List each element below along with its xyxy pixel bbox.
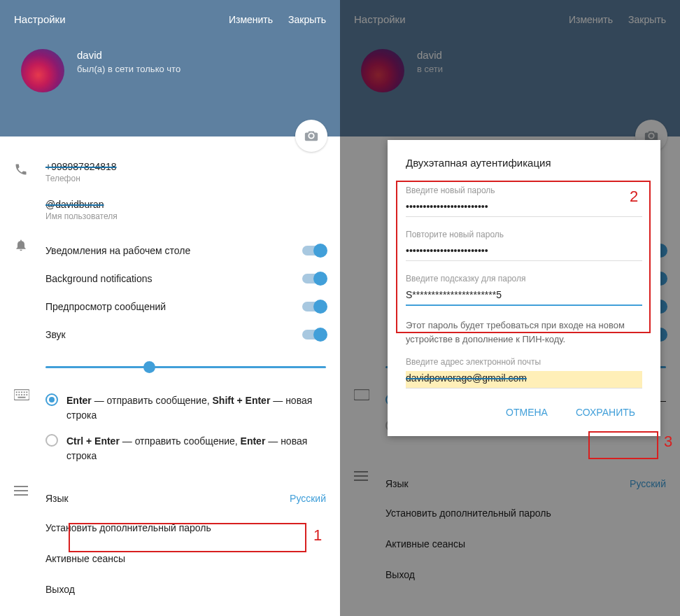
send-enter-option[interactable]: Enter — отправить сообщение, Shift + Ent… [45, 388, 326, 428]
settings-content: +998987824818 Телефон @davidburan Имя по… [0, 136, 340, 616]
hint-input[interactable] [406, 288, 642, 306]
hint-label: Введите подсказку для пароля [406, 274, 642, 284]
radio-icon [45, 434, 58, 447]
cancel-button[interactable]: ОТМЕНА [499, 401, 555, 424]
annotation-label-3: 3 [664, 433, 672, 451]
profile-name: david [77, 49, 180, 61]
edit-button[interactable]: Изменить [229, 14, 273, 25]
message-preview-row[interactable]: Предпросмотр сообщений [45, 293, 326, 321]
menu-icon [14, 486, 28, 496]
close-button[interactable]: Закрыть [288, 14, 326, 25]
profile-block: david был(а) в сети только что [0, 38, 340, 136]
phone-icon [14, 162, 28, 176]
svg-rect-5 [26, 391, 27, 393]
background-notifications-row[interactable]: Background notifications [45, 265, 326, 293]
avatar[interactable] [21, 49, 64, 92]
save-button[interactable]: СОХРАНИТЬ [569, 401, 642, 424]
svg-rect-8 [21, 394, 22, 396]
header: Настройки Изменить Закрыть [0, 0, 340, 38]
new-password-input[interactable] [406, 200, 642, 217]
sound-row[interactable]: Звук [45, 321, 326, 349]
annotation-label-2: 2 [630, 188, 638, 206]
camera-icon [304, 128, 319, 144]
toggle[interactable] [302, 246, 326, 255]
username-value[interactable]: @davidburan [45, 199, 326, 210]
svg-rect-3 [21, 391, 22, 393]
volume-slider[interactable] [45, 366, 326, 368]
settings-panel-step2: Настройки Изменить Закрыть david в сети … [340, 0, 680, 616]
dialog-note: Этот пароль будет требоваться при входе … [406, 318, 642, 346]
radio-icon [45, 393, 58, 406]
two-step-dialog: Двухэтапная аутентификация Введите новый… [388, 140, 660, 436]
profile-status: был(а) в сети только что [77, 64, 180, 74]
annotation-label-1: 1 [313, 526, 322, 545]
set-additional-password[interactable]: Установить дополнительный пароль [45, 512, 326, 543]
language-row[interactable]: Язык Русский [45, 484, 326, 512]
active-sessions[interactable]: Активные сеансы [45, 543, 326, 574]
new-password-label: Введите новый пароль [406, 186, 642, 195]
settings-panel-step1: Настройки Изменить Закрыть david был(а) … [0, 0, 340, 616]
repeat-password-label: Повторите новый пароль [406, 230, 642, 239]
desktop-notifications-row[interactable]: Уведомления на рабочем столе [45, 237, 326, 265]
email-label: Введите адрес электронной почты [406, 357, 642, 367]
repeat-password-input[interactable] [406, 244, 642, 261]
svg-rect-2 [18, 391, 20, 393]
svg-rect-7 [18, 394, 20, 396]
phone-label: Телефон [45, 174, 326, 183]
send-ctrl-enter-option[interactable]: Ctrl + Enter — отправить сообщение, Ente… [45, 428, 326, 469]
svg-rect-1 [16, 391, 17, 393]
svg-rect-10 [26, 394, 27, 396]
dialog-title: Двухэтапная аутентификация [406, 157, 642, 169]
svg-rect-9 [24, 394, 25, 396]
phone-value[interactable]: +998987824818 [45, 161, 326, 172]
svg-rect-11 [18, 397, 26, 398]
email-input[interactable] [406, 371, 642, 388]
svg-rect-4 [24, 391, 25, 393]
bell-icon [14, 238, 28, 252]
svg-rect-6 [16, 394, 17, 396]
toggle[interactable] [302, 274, 326, 284]
username-label: Имя пользователя [45, 211, 326, 221]
toggle[interactable] [302, 330, 326, 340]
change-photo-button[interactable] [295, 120, 327, 152]
toggle[interactable] [302, 302, 326, 312]
page-title: Настройки [14, 13, 213, 25]
exit[interactable]: Выход [45, 574, 326, 605]
keyboard-icon [14, 389, 29, 400]
